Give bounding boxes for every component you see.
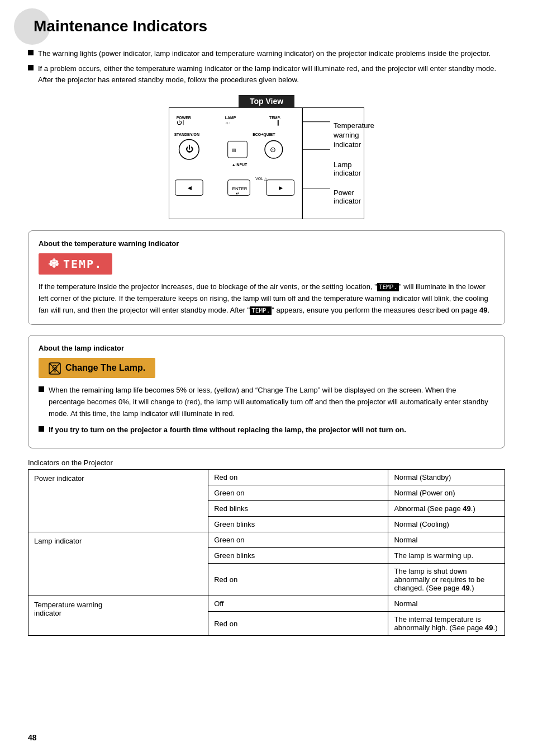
lamp-bullet-icon-2 (39, 426, 44, 432)
temp-box-title: About the temperature warning indicator (39, 239, 494, 248)
state-cell: Red on (208, 612, 388, 636)
indicators-table: Power indicator Red on Normal (Standby) … (28, 469, 505, 636)
svg-text:TEMP.: TEMP. (269, 116, 280, 120)
svg-text:▲INPUT: ▲INPUT (232, 163, 248, 167)
indicator-cell: Power indicator (28, 470, 208, 532)
svg-text:▤: ▤ (232, 148, 236, 153)
state-cell: Off (208, 596, 388, 612)
svg-rect-5 (278, 120, 279, 126)
state-cell: Green blinks (208, 548, 388, 564)
state-cell: Green on (208, 485, 388, 501)
meaning-cell: The lamp is warming up. (388, 548, 505, 564)
lamp-icon (49, 361, 61, 375)
svg-text:⏻: ⏻ (185, 144, 193, 153)
temp-indicator-display: ❄ TEMP. (39, 253, 112, 275)
svg-text:ENTER: ENTER (232, 186, 248, 191)
indicators-title: Indicators on the Projector (28, 459, 505, 467)
top-view-section: Top View POWER ⏻ | LAMP ☼: TEMP. STANDBY… (28, 95, 505, 219)
temp-page-ref: 49 (479, 306, 487, 314)
table-row: Temperature warningindicator Off Normal (28, 596, 505, 612)
svg-text:VOL △: VOL △ (255, 177, 268, 181)
top-view-label: Top View (239, 95, 294, 107)
indicator-cell: Temperature warningindicator (28, 596, 208, 636)
svg-text:►: ► (278, 184, 284, 192)
temp-highlight-2: TEMP. (250, 306, 272, 315)
bullet-icon-2 (28, 65, 34, 70)
indicators-section: Indicators on the Projector Power indica… (28, 459, 505, 636)
power-indicator-label: Power indicator (334, 188, 374, 205)
meaning-cell: Normal (388, 532, 505, 548)
svg-rect-13 (228, 141, 248, 158)
temp-warning-label: Temperature warning indicator (334, 121, 374, 150)
svg-text:⏻ |: ⏻ | (177, 120, 184, 125)
lamp-bullet-1: When the remaining lamp life becomes 5% … (39, 385, 494, 419)
lamp-indicator-text: Change The Lamp. (65, 363, 145, 373)
meaning-cell: Abnormal (See page 49.) (388, 501, 505, 517)
svg-text:STANDBY/ON: STANDBY/ON (174, 133, 199, 136)
lamp-bullet-2: If you try to turn on the projector a fo… (39, 424, 494, 436)
svg-text:⊙: ⊙ (270, 145, 276, 154)
svg-text:LAMP: LAMP (225, 116, 236, 120)
page-number: 48 (28, 733, 37, 742)
meaning-cell: Normal (Power on) (388, 485, 505, 501)
svg-text:◄: ◄ (186, 184, 193, 192)
meaning-cell: Normal (Cooling) (388, 517, 505, 532)
lamp-box-bullets: When the remaining lamp life becomes 5% … (39, 385, 494, 435)
table-row: Lamp indicator Green on Normal (28, 532, 505, 548)
temp-snowflake-icon: ❄ (49, 257, 59, 271)
temp-box-body: If the temperature inside the projector … (39, 281, 494, 316)
bullet-item-1: The warning lights (power indicator, lam… (28, 48, 505, 59)
temp-highlight-1: TEMP. (377, 283, 399, 291)
page-title: Maintenance Indicators (34, 17, 505, 36)
meaning-cell: The internal temperature is abnormally h… (388, 612, 505, 636)
state-cell: Green on (208, 532, 388, 548)
svg-text:↵: ↵ (236, 191, 240, 197)
indicator-cell: Lamp indicator (28, 532, 208, 596)
state-cell: Red blinks (208, 501, 388, 517)
bullet-item-2: If a problem occurs, either the temperat… (28, 63, 505, 85)
svg-text:☼:: ☼: (225, 120, 230, 125)
diagram-container: POWER ⏻ | LAMP ☼: TEMP. STANDBY/ON ⏻ ECO… (28, 107, 505, 219)
lamp-bullet-icon-1 (39, 386, 44, 392)
state-cell: Red on (208, 470, 388, 485)
svg-text:ECO+QUIET: ECO+QUIET (253, 133, 275, 137)
state-cell: Red on (208, 564, 388, 596)
lamp-indicator-display: Change The Lamp. (39, 358, 155, 378)
intro-bullets: The warning lights (power indicator, lam… (28, 48, 505, 86)
bullet-icon-1 (28, 50, 34, 55)
temp-warning-box: About the temperature warning indicator … (28, 230, 505, 325)
lamp-indicator-box: About the lamp indicator Change The Lamp… (28, 335, 505, 448)
table-row: Power indicator Red on Normal (Standby) (28, 470, 505, 485)
temp-indicator-text: TEMP. (63, 257, 102, 271)
meaning-cell: The lamp is shut down abnormally or requ… (388, 564, 505, 596)
lamp-indicator-label: Lamp indicator (334, 160, 374, 177)
lamp-box-title: About the lamp indicator (39, 344, 494, 352)
diagram-right-labels: Temperature warning indicator Lamp indic… (334, 107, 374, 219)
meaning-cell: Normal (388, 596, 505, 612)
meaning-cell: Normal (Standby) (388, 470, 505, 485)
state-cell: Green blinks (208, 517, 388, 532)
